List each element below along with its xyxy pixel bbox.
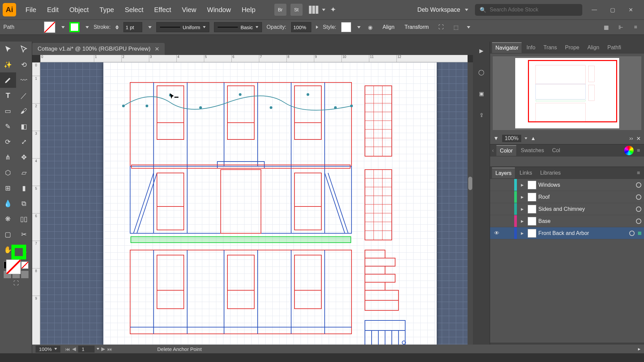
status-menu[interactable]: ▸ xyxy=(638,346,641,352)
first-artboard[interactable]: ⏮ xyxy=(65,346,70,352)
blend-tool[interactable]: ⧉ xyxy=(16,196,32,211)
tab-transform[interactable]: Trans xyxy=(540,43,560,53)
chevron-right-icon[interactable] xyxy=(316,25,318,29)
scale-tool[interactable]: ⤢ xyxy=(16,134,32,149)
scrollbar-thumb[interactable] xyxy=(468,177,472,190)
target-icon[interactable] xyxy=(629,231,635,236)
symbol-sprayer-tool[interactable]: ❋ xyxy=(0,211,16,227)
isolate-button[interactable]: ⛶ xyxy=(436,22,446,32)
disclosure-triangle[interactable]: ▸ xyxy=(519,218,526,224)
chevron-down-icon[interactable] xyxy=(86,26,89,28)
maximize-button[interactable]: ▢ xyxy=(608,6,616,14)
layer-name[interactable]: Roof xyxy=(538,194,634,200)
layer-row[interactable]: ▸Roof xyxy=(490,191,644,203)
perspective-tool[interactable]: ▱ xyxy=(16,165,32,180)
shape-builder-tool[interactable]: ⬡ xyxy=(0,165,16,180)
tab-pathfinder[interactable]: Pathfi xyxy=(604,43,625,53)
arrange-documents[interactable] xyxy=(309,6,325,14)
zoom-select[interactable]: 100% xyxy=(36,346,60,353)
screen-mode[interactable]: ⛶ xyxy=(13,280,19,286)
layer-name[interactable]: Base xyxy=(538,218,634,224)
tab-libraries[interactable]: Libraries xyxy=(537,168,564,178)
layer-list[interactable]: ▸Windows▸Roof▸Sides and Chimney▸Base👁▸Fr… xyxy=(490,179,644,343)
disclosure-triangle[interactable]: ▸ xyxy=(519,182,526,188)
selected-path[interactable] xyxy=(123,96,352,110)
draw-inside[interactable] xyxy=(21,271,29,278)
slice-tool[interactable]: ✂ xyxy=(16,227,32,242)
tab-properties[interactable]: Prope xyxy=(561,43,583,53)
tab-info[interactable]: Info xyxy=(523,43,539,53)
libraries-icon[interactable]: ▣ xyxy=(476,88,487,99)
menu-view[interactable]: View xyxy=(177,4,201,16)
artboard-tool[interactable]: ▢ xyxy=(0,227,16,242)
align-button[interactable]: Align xyxy=(380,23,397,32)
tab-colorguide[interactable]: Col xyxy=(549,145,564,156)
chevron-down-icon[interactable] xyxy=(61,26,65,28)
next-artboard[interactable]: ▶ xyxy=(101,346,105,352)
eyedropper-tool[interactable]: 💧 xyxy=(0,196,16,211)
export-icon[interactable]: ⇪ xyxy=(476,109,487,121)
menu-type[interactable]: Type xyxy=(95,4,119,16)
panel-menu-button[interactable]: ≡ xyxy=(635,147,642,154)
chevron-down-icon[interactable] xyxy=(97,348,99,350)
edit-clip-button[interactable]: ⬚ xyxy=(451,22,461,32)
tab-align[interactable]: Align xyxy=(584,43,603,53)
menu-effect[interactable]: Effect xyxy=(149,4,176,16)
layer-row[interactable]: ▸Sides and Chimney xyxy=(490,203,644,215)
layer-row[interactable]: ▸Windows xyxy=(490,179,644,191)
menu-file[interactable]: File xyxy=(21,4,41,16)
layer-name[interactable]: Front Back and Arbor xyxy=(538,230,627,236)
gpu-icon[interactable]: ✦ xyxy=(330,5,336,14)
rotate-tool[interactable]: ⟳ xyxy=(0,134,16,149)
graphic-style-swatch[interactable] xyxy=(341,22,351,32)
gradient-tool[interactable]: ▮ xyxy=(16,180,32,196)
selection-tool[interactable] xyxy=(0,42,16,57)
panel-menu-button[interactable]: ≡ xyxy=(631,22,641,32)
search-input[interactable] xyxy=(490,7,578,13)
mesh-tool[interactable]: ⊞ xyxy=(0,180,16,196)
layer-row[interactable]: ▸Base xyxy=(490,215,644,227)
tab-navigator[interactable]: Navigator xyxy=(492,42,522,53)
tab-color[interactable]: Color xyxy=(496,145,516,156)
magic-wand-tool[interactable]: ✨ xyxy=(0,57,16,72)
disclosure-triangle[interactable]: ▸ xyxy=(519,206,526,212)
menu-edit[interactable]: Edit xyxy=(42,4,63,16)
zoom-in-icon[interactable]: ▲ xyxy=(531,135,536,141)
stroke-increase[interactable] xyxy=(115,25,119,27)
ruler-vertical[interactable]: 0 1 2 3 4 5 6 7 8 9 xyxy=(32,62,40,348)
tab-layers[interactable]: Layers xyxy=(492,168,515,178)
menu-object[interactable]: Object xyxy=(65,4,94,16)
navigator-zoom-value[interactable]: 100% xyxy=(502,135,521,142)
menu-help[interactable]: Help xyxy=(237,4,260,16)
curvature-tool[interactable]: 〰 xyxy=(16,72,32,88)
opacity-input[interactable] xyxy=(291,22,311,32)
stock-button[interactable]: St xyxy=(290,4,303,16)
chevron-down-icon[interactable] xyxy=(148,26,152,28)
document-tab[interactable]: Cottage v1.ai* @ 100% (RGB/GPU Preview) … xyxy=(32,43,165,55)
disclosure-triangle[interactable]: ▸ xyxy=(519,230,526,236)
fill-swatch[interactable] xyxy=(44,21,55,33)
layer-name[interactable]: Windows xyxy=(538,182,634,188)
chevron-down-icon[interactable] xyxy=(525,137,527,139)
type-tool[interactable]: T xyxy=(0,88,16,103)
artboard-number[interactable]: 1 xyxy=(78,346,94,353)
stroke-decrease[interactable] xyxy=(115,27,119,29)
target-icon[interactable] xyxy=(636,219,641,224)
free-transform-tool[interactable]: ✥ xyxy=(16,149,32,165)
stroke-swatch[interactable] xyxy=(69,22,79,32)
scrollbar-vertical[interactable] xyxy=(468,62,473,348)
menu-window[interactable]: Window xyxy=(202,4,235,16)
none-mode[interactable] xyxy=(21,261,29,269)
canvas-viewport[interactable] xyxy=(40,62,468,348)
collapse-icon[interactable]: ›› xyxy=(629,135,633,141)
width-profile-dropdown[interactable]: Uniform xyxy=(156,22,210,32)
layer-row[interactable]: 👁▸Front Back and Arbor xyxy=(490,227,644,239)
target-icon[interactable] xyxy=(636,206,641,212)
menu-select[interactable]: Select xyxy=(120,4,148,16)
close-icon[interactable]: ✕ xyxy=(636,135,641,142)
collapse-icon[interactable]: ‹ xyxy=(492,147,494,154)
chevron-down-icon[interactable] xyxy=(357,26,361,28)
disclosure-triangle[interactable]: ▸ xyxy=(519,194,526,200)
ruler-horizontal[interactable]: 0 1 2 3 4 5 6 7 8 9 10 11 12 xyxy=(40,55,468,62)
shaper-tool[interactable]: ✎ xyxy=(0,119,16,134)
